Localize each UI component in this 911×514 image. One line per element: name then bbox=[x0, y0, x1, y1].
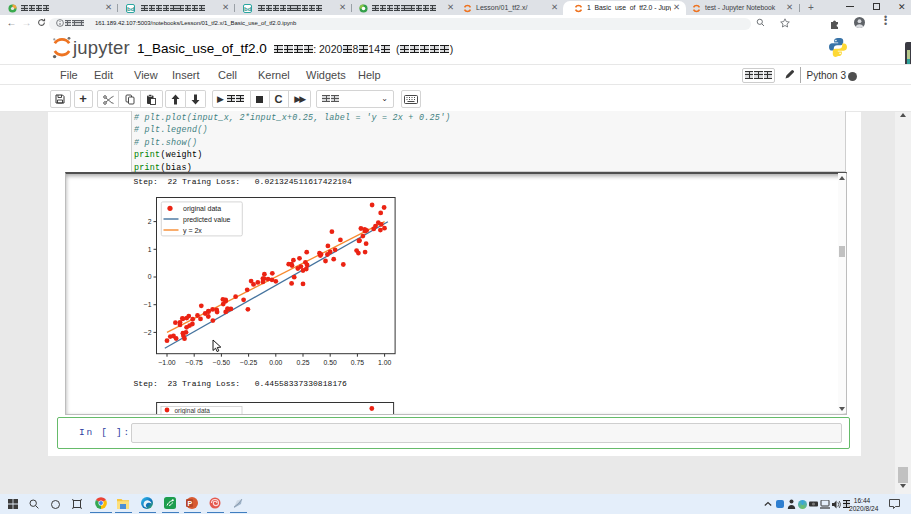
svg-text:original data: original data bbox=[183, 205, 221, 213]
svg-text:y = 2x: y = 2x bbox=[183, 227, 202, 235]
svg-text:−2: −2 bbox=[144, 329, 152, 336]
svg-text:0.75: 0.75 bbox=[351, 359, 364, 366]
svg-text:original data: original data bbox=[175, 407, 211, 414]
svg-text:0: 0 bbox=[148, 273, 152, 280]
svg-text:2: 2 bbox=[148, 218, 152, 225]
svg-text:1: 1 bbox=[148, 246, 152, 253]
svg-text:−0.75: −0.75 bbox=[186, 359, 203, 366]
svg-text:predicted value: predicted value bbox=[183, 216, 231, 224]
svg-text:1.00: 1.00 bbox=[378, 359, 391, 366]
svg-text:0.25: 0.25 bbox=[296, 359, 309, 366]
svg-text:−1.00: −1.00 bbox=[158, 359, 175, 366]
svg-text:−0.50: −0.50 bbox=[213, 359, 230, 366]
svg-text:−1: −1 bbox=[144, 301, 152, 308]
svg-text:−0.25: −0.25 bbox=[240, 359, 257, 366]
svg-text:0.50: 0.50 bbox=[324, 359, 337, 366]
svg-text:0.00: 0.00 bbox=[269, 359, 282, 366]
svg-text:P: P bbox=[188, 500, 193, 507]
